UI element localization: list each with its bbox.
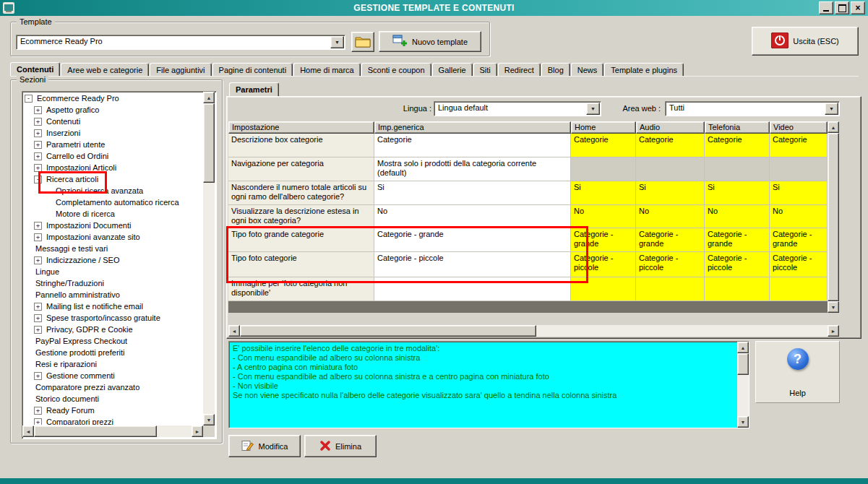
cell-area-audio[interactable]: No bbox=[636, 205, 705, 228]
tab-siti[interactable]: Siti bbox=[473, 63, 497, 77]
scroll-down-icon[interactable]: ▼ bbox=[203, 414, 215, 425]
tree-item-inserzioni[interactable]: +Inserzioni bbox=[24, 127, 202, 139]
scroll-left-icon[interactable]: ◄ bbox=[228, 325, 240, 337]
plus-box-icon[interactable]: + bbox=[34, 152, 42, 160]
plus-box-icon[interactable]: + bbox=[34, 106, 42, 114]
cell-imp-generica[interactable]: Categorie - grande bbox=[374, 228, 571, 252]
cell-area-telefonia[interactable]: Categorie - piccole bbox=[705, 252, 770, 277]
cell-area-telefonia[interactable] bbox=[705, 277, 770, 301]
tree-item-impostazioni-documenti[interactable]: +Impostazioni Documenti bbox=[24, 220, 202, 231]
cell-imp-generica[interactable] bbox=[374, 277, 571, 301]
tree-item-indicizzazione-seo[interactable]: +Indicizzazione / SEO bbox=[24, 254, 202, 266]
tree-vertical-scrollbar[interactable]: ▲ ▼ bbox=[203, 92, 215, 425]
plus-box-icon[interactable]: + bbox=[34, 372, 42, 380]
table-vscroll-thumb[interactable] bbox=[828, 133, 839, 301]
table-hscroll-thumb[interactable] bbox=[240, 325, 536, 337]
tree-vscroll-track[interactable] bbox=[203, 103, 215, 414]
chevron-down-icon[interactable]: ▼ bbox=[330, 36, 344, 48]
tree-item-carrello-ed-ordini[interactable]: +Carrello ed Ordini bbox=[24, 150, 202, 162]
cell-imp-generica[interactable]: Categorie - piccole bbox=[374, 252, 571, 277]
plus-box-icon[interactable]: + bbox=[34, 303, 42, 311]
column-header-audio[interactable]: Audio bbox=[636, 121, 705, 134]
plus-box-icon[interactable]: + bbox=[34, 118, 42, 126]
help-icon[interactable]: ? bbox=[787, 348, 809, 370]
maximize-button[interactable] bbox=[835, 1, 849, 14]
tree-item-comparatore-prezzi-avanzato[interactable]: Comparatore prezzi avanzato bbox=[24, 381, 202, 393]
tab-blog[interactable]: Blog bbox=[541, 63, 570, 77]
title-bar[interactable]: GESTIONE TEMPLATE E CONTENUTI × bbox=[0, 0, 868, 16]
cell-impostazione[interactable]: Navigazione per categoria bbox=[228, 157, 374, 181]
cell-area-home[interactable]: No bbox=[571, 205, 636, 228]
scroll-left-icon[interactable]: ◄ bbox=[22, 425, 34, 437]
cell-impostazione[interactable]: Visualizzare la descrizione estesa in og… bbox=[228, 205, 374, 228]
cell-area-home[interactable]: Si bbox=[571, 181, 636, 205]
cell-area-telefonia[interactable]: Si bbox=[705, 181, 770, 205]
cell-area-video[interactable]: No bbox=[770, 205, 828, 228]
plus-box-icon[interactable]: + bbox=[34, 222, 42, 230]
tree-hscroll-thumb[interactable] bbox=[34, 425, 157, 437]
tree-item-ecommerce-ready-pro[interactable]: -Ecommerce Ready Pro bbox=[24, 92, 202, 104]
tree-item-motore-di-ricerca[interactable]: Motore di ricerca bbox=[24, 208, 202, 220]
cell-area-audio[interactable]: Categorie - grande bbox=[636, 228, 705, 252]
cell-area-telefonia[interactable]: Categorie - grande bbox=[705, 228, 770, 252]
tree-hscroll-track[interactable] bbox=[34, 425, 192, 437]
cell-imp-generica[interactable]: Categorie bbox=[374, 134, 571, 157]
table-vertical-scrollbar[interactable]: ▲ ▼ bbox=[828, 121, 839, 313]
close-button[interactable]: × bbox=[851, 1, 865, 14]
cell-area-video[interactable] bbox=[770, 157, 828, 181]
tree-item-lingue[interactable]: Lingue bbox=[24, 266, 202, 277]
template-combobox[interactable]: Ecommerce Ready Pro ▼ bbox=[16, 35, 345, 50]
info-vertical-scrollbar[interactable]: ▲ ▼ bbox=[737, 342, 749, 428]
cell-area-video[interactable]: Categorie bbox=[770, 134, 828, 157]
minus-box-icon[interactable]: - bbox=[25, 95, 33, 103]
cell-area-audio[interactable] bbox=[636, 277, 705, 301]
area-web-combobox[interactable]: Tutti ▼ bbox=[665, 101, 840, 116]
cell-area-telefonia[interactable]: Categorie bbox=[705, 134, 770, 157]
tree-item-comparatori-prezzi[interactable]: +Comparatori prezzi bbox=[24, 416, 202, 425]
new-template-button[interactable]: Nuovo template bbox=[379, 31, 481, 52]
exit-button[interactable]: Uscita (ESC) bbox=[752, 27, 859, 56]
minimize-button[interactable] bbox=[819, 1, 833, 14]
cell-area-audio[interactable]: Categorie - piccole bbox=[636, 252, 705, 277]
cell-area-home[interactable]: Categorie - grande bbox=[571, 228, 636, 252]
scroll-right-icon[interactable]: ► bbox=[828, 325, 839, 337]
cell-area-telefonia[interactable] bbox=[705, 157, 770, 181]
cell-imp-generica[interactable]: Si bbox=[374, 181, 571, 205]
tree-item-spese-trasporto-incasso-gratuite[interactable]: +Spese trasporto/incasso gratuite bbox=[24, 312, 202, 324]
cell-area-home[interactable] bbox=[571, 157, 636, 181]
chevron-down-icon[interactable]: ▼ bbox=[825, 103, 838, 115]
column-header-imp-generica[interactable]: Imp.generica bbox=[374, 121, 571, 134]
cell-area-video[interactable] bbox=[770, 277, 828, 301]
tree-item-impostazioni-avanzate-sito[interactable]: +Impostazioni avanzate sito bbox=[24, 231, 202, 243]
cell-impostazione[interactable]: Descrizione box categorie bbox=[228, 134, 374, 157]
cell-impostazione[interactable]: Tipo foto grande categorie bbox=[228, 228, 374, 252]
tree-item-storico-documenti[interactable]: Storico documenti bbox=[24, 393, 202, 405]
cell-area-home[interactable]: Categorie - piccole bbox=[571, 252, 636, 277]
cell-impostazione[interactable]: Immagine per 'foto categoria non disponi… bbox=[228, 277, 374, 301]
tree-vscroll-thumb[interactable] bbox=[203, 103, 215, 183]
scroll-up-icon[interactable]: ▲ bbox=[737, 342, 749, 353]
tree-item-aspetto-grafico[interactable]: +Aspetto grafico bbox=[24, 104, 202, 116]
tab-news[interactable]: News bbox=[571, 63, 604, 77]
tab-pagine-di-contenuti[interactable]: Pagine di contenuti bbox=[212, 63, 293, 77]
cell-impostazione[interactable]: Tipo foto categorie bbox=[228, 252, 374, 277]
column-header-impostazione[interactable]: Impostazione bbox=[228, 121, 374, 134]
cell-area-video[interactable]: Si bbox=[770, 181, 828, 205]
plus-box-icon[interactable]: + bbox=[34, 326, 42, 334]
cell-area-home[interactable] bbox=[571, 277, 636, 301]
column-header-video[interactable]: Video bbox=[770, 121, 828, 134]
plus-box-icon[interactable]: + bbox=[34, 418, 42, 425]
open-folder-button[interactable] bbox=[351, 32, 374, 52]
cell-area-audio[interactable] bbox=[636, 157, 705, 181]
tree-item-privacy-gdpr-e-cookie[interactable]: +Privacy, GDPR e Cookie bbox=[24, 324, 202, 335]
plus-box-icon[interactable]: + bbox=[34, 314, 42, 322]
tree-item-pannello-amministrativo[interactable]: Pannello amministrativo bbox=[24, 289, 202, 301]
info-vscroll-track[interactable] bbox=[737, 353, 749, 416]
lingua-combobox[interactable]: Lingua default ▼ bbox=[434, 101, 601, 116]
tree-horizontal-scrollbar[interactable]: ◄ ► bbox=[22, 425, 203, 437]
tab-gallerie[interactable]: Gallerie bbox=[432, 63, 473, 77]
table-hscroll-track[interactable] bbox=[240, 325, 828, 337]
column-header-home[interactable]: Home bbox=[571, 121, 636, 134]
cell-area-telefonia[interactable]: No bbox=[705, 205, 770, 228]
cell-area-video[interactable]: Categorie - piccole bbox=[770, 252, 828, 277]
